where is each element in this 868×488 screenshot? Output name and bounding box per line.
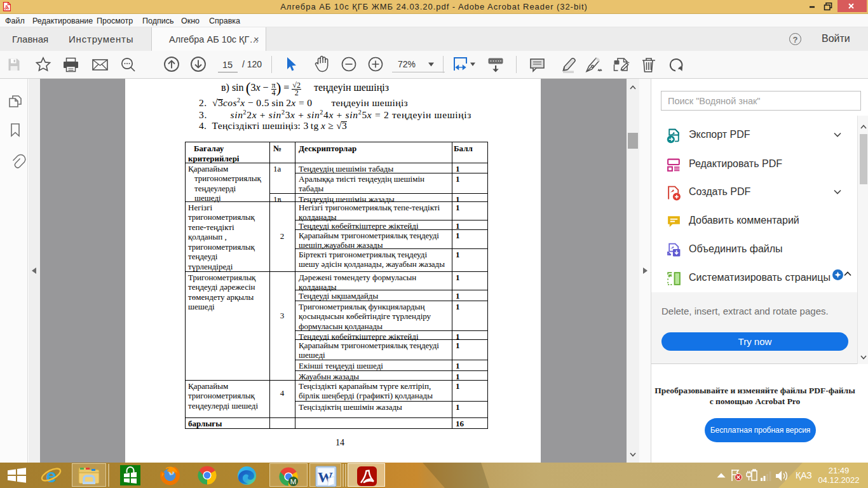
svg-text:72%: 72% [398,59,416,69]
svg-text:/ 120: / 120 [242,59,262,69]
svg-text:15: 15 [222,60,233,70]
svg-text:M: M [290,478,297,485]
